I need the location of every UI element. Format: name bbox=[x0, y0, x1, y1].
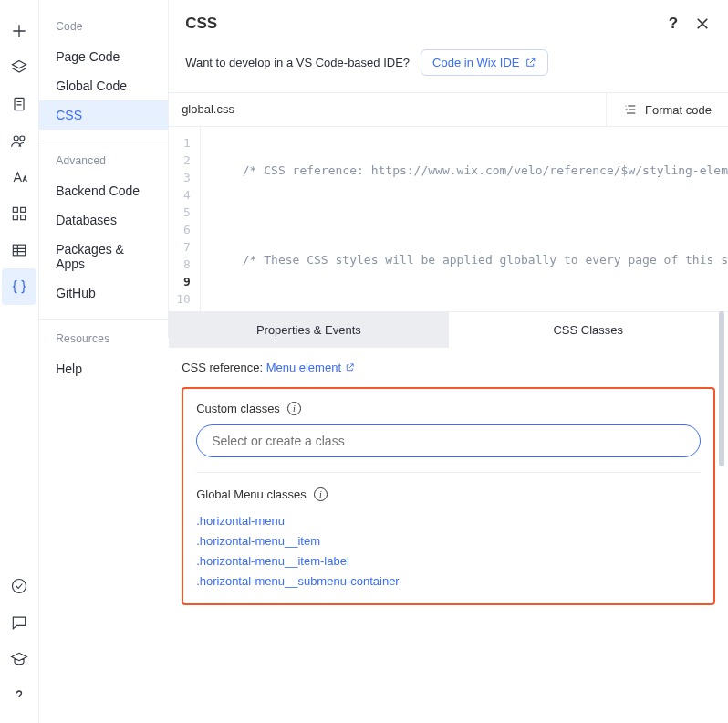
plus-icon[interactable] bbox=[2, 13, 36, 49]
table-icon[interactable] bbox=[2, 232, 36, 268]
format-icon bbox=[623, 102, 638, 117]
open-wix-ide-button[interactable]: Code in Wix IDE bbox=[421, 49, 548, 76]
code-editor[interactable]: 12345678910 /* CSS reference: https://ww… bbox=[169, 127, 728, 311]
panel-tabs: Properties & Events CSS Classes bbox=[169, 311, 728, 348]
tab-css-classes[interactable]: CSS Classes bbox=[449, 312, 728, 348]
close-icon[interactable] bbox=[693, 15, 712, 33]
css-reference-line: CSS reference: Menu element bbox=[182, 361, 715, 374]
braces-icon[interactable] bbox=[2, 268, 36, 305]
main: CSS ? Want to develop in a VS Code-based… bbox=[169, 0, 728, 723]
main-header: CSS ? bbox=[169, 0, 728, 46]
svg-rect-3 bbox=[13, 207, 17, 212]
css-classes-highlight: Custom classes i Global Menu classes i .… bbox=[182, 387, 715, 605]
class-item[interactable]: .horizontal-menu__item-label bbox=[196, 550, 701, 571]
svg-rect-4 bbox=[21, 207, 26, 212]
graduation-icon[interactable] bbox=[2, 641, 36, 677]
class-item[interactable]: .horizontal-menu bbox=[196, 510, 701, 530]
class-item[interactable]: .horizontal-menu__item bbox=[196, 530, 701, 550]
svg-point-1 bbox=[14, 136, 18, 141]
sidebar-item-databases[interactable]: Databases bbox=[39, 205, 168, 235]
page-title: CSS bbox=[185, 15, 217, 33]
info-icon[interactable]: i bbox=[314, 487, 328, 501]
section-code-label: Code bbox=[39, 7, 168, 42]
ide-banner-text: Want to develop in a VS Code-based IDE? bbox=[185, 56, 410, 69]
chat-icon[interactable] bbox=[2, 604, 36, 641]
tab-properties-events[interactable]: Properties & Events bbox=[169, 312, 448, 348]
help-icon[interactable]: ? bbox=[664, 15, 682, 33]
custom-classes-label: Custom classes i bbox=[196, 402, 701, 415]
file-tabs: global.css Format code bbox=[169, 93, 728, 127]
section-advanced-label: Advanced bbox=[39, 141, 168, 176]
sidebar-item-help[interactable]: Help bbox=[39, 354, 168, 383]
scrollbar[interactable] bbox=[719, 311, 724, 466]
sidebar-item-github[interactable]: GitHub bbox=[39, 278, 168, 308]
svg-rect-6 bbox=[21, 215, 26, 220]
svg-rect-5 bbox=[13, 215, 17, 220]
sidebar-item-backend-code[interactable]: Backend Code bbox=[39, 176, 168, 205]
text-style-icon[interactable] bbox=[2, 159, 36, 195]
class-item[interactable]: .horizontal-menu__submenu-container bbox=[196, 571, 701, 591]
code-content[interactable]: /* CSS reference: https://www.wix.com/ve… bbox=[201, 127, 728, 311]
panel-body: CSS reference: Menu element Custom class… bbox=[169, 348, 728, 618]
users-icon[interactable] bbox=[2, 122, 36, 159]
format-code-label: Format code bbox=[645, 103, 712, 117]
line-gutter: 12345678910 bbox=[169, 127, 200, 311]
svg-point-2 bbox=[20, 136, 25, 141]
format-code-button[interactable]: Format code bbox=[606, 93, 728, 126]
apps-grid-icon[interactable] bbox=[2, 195, 36, 232]
question-icon[interactable] bbox=[2, 677, 36, 714]
sidebar-item-page-code[interactable]: Page Code bbox=[39, 42, 168, 71]
section-resources-label: Resources bbox=[39, 320, 168, 354]
sidebar-item-css[interactable]: CSS bbox=[39, 100, 168, 130]
sidebar-item-packages-apps[interactable]: Packages & Apps bbox=[39, 235, 168, 278]
svg-point-8 bbox=[13, 580, 26, 593]
info-icon[interactable]: i bbox=[287, 402, 301, 415]
page-icon[interactable] bbox=[2, 86, 36, 122]
svg-rect-0 bbox=[15, 98, 24, 110]
layers-icon[interactable] bbox=[2, 49, 36, 86]
external-link-icon bbox=[525, 57, 536, 68]
global-classes-label: Global Menu classes i bbox=[196, 487, 701, 501]
ide-button-label: Code in Wix IDE bbox=[432, 56, 519, 69]
external-link-icon bbox=[345, 362, 355, 372]
sidebar: Code Page Code Global Code CSS Advanced … bbox=[39, 0, 169, 338]
svg-rect-7 bbox=[13, 245, 25, 256]
file-tab-global-css[interactable]: global.css bbox=[169, 93, 247, 126]
sidebar-item-global-code[interactable]: Global Code bbox=[39, 71, 168, 100]
custom-class-input[interactable] bbox=[196, 424, 701, 457]
menu-element-link[interactable]: Menu element bbox=[266, 361, 355, 374]
tool-iconbar bbox=[0, 0, 39, 723]
check-circle-icon[interactable] bbox=[2, 568, 36, 604]
ide-banner: Want to develop in a VS Code-based IDE? … bbox=[169, 46, 728, 93]
global-class-list: .horizontal-menu .horizontal-menu__item … bbox=[196, 510, 701, 591]
